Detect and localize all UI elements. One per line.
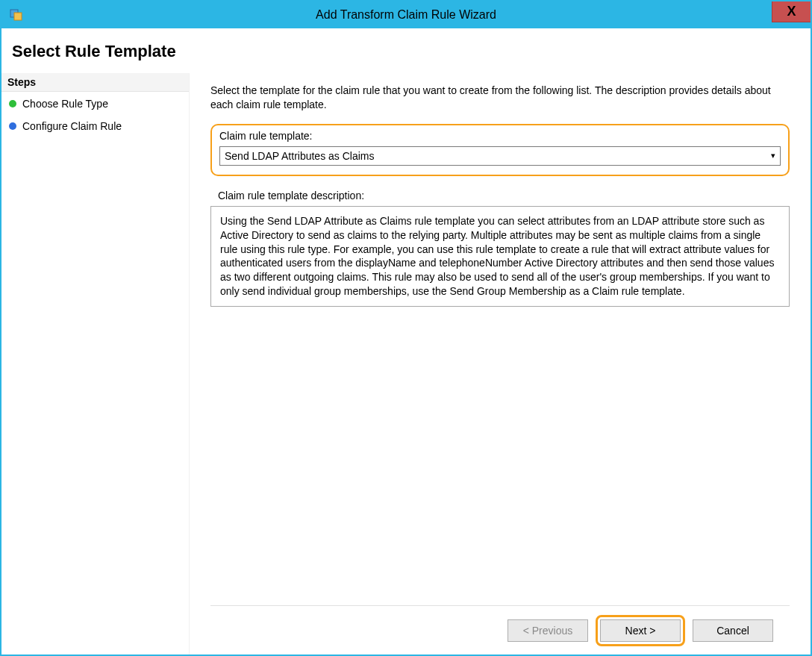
content-area: Select Rule Template Steps Choose Rule T… — [1, 28, 811, 655]
main-panel: Select the template for the claim rule t… — [190, 73, 811, 655]
bullet-icon — [9, 122, 16, 130]
two-column-layout: Steps Choose Rule Type Configure Claim R… — [1, 73, 811, 655]
step-label: Choose Rule Type — [22, 98, 108, 110]
window-title: Add Transform Claim Rule Wizard — [316, 8, 496, 22]
cancel-button-label: Cancel — [716, 625, 749, 637]
next-button[interactable]: Next > — [600, 619, 681, 642]
button-row: < Previous Next > Cancel — [210, 605, 790, 655]
steps-header: Steps — [1, 73, 189, 92]
next-button-label: Next > — [625, 625, 656, 637]
chevron-down-icon: ▾ — [771, 151, 775, 160]
wizard-window: Add Transform Claim Rule Wizard X Select… — [0, 0, 812, 656]
step-choose-rule-type[interactable]: Choose Rule Type — [1, 92, 189, 114]
claim-rule-template-dropdown[interactable]: Send LDAP Attributes as Claims ▾ — [219, 146, 781, 166]
svg-rect-1 — [14, 13, 22, 20]
previous-button[interactable]: < Previous — [508, 619, 588, 642]
template-label: Claim rule template: — [219, 130, 781, 142]
bullet-icon — [9, 100, 16, 107]
intro-text: Select the template for the claim rule t… — [210, 84, 790, 112]
close-button[interactable]: X — [772, 1, 811, 22]
step-configure-claim-rule[interactable]: Configure Claim Rule — [1, 114, 189, 137]
template-select-group: Claim rule template: Send LDAP Attribute… — [210, 124, 790, 176]
next-button-highlight: Next > — [596, 615, 685, 646]
cancel-button[interactable]: Cancel — [693, 619, 773, 642]
step-label: Configure Claim Rule — [22, 120, 122, 132]
description-label: Claim rule template description: — [218, 190, 790, 202]
description-box: Using the Send LDAP Attribute as Claims … — [210, 206, 790, 307]
previous-button-label: < Previous — [523, 625, 573, 637]
close-icon: X — [787, 4, 796, 19]
spacer — [210, 307, 790, 605]
steps-sidebar: Steps Choose Rule Type Configure Claim R… — [1, 73, 190, 655]
titlebar: Add Transform Claim Rule Wizard X — [1, 1, 811, 28]
page-title: Select Rule Template — [1, 28, 811, 73]
dropdown-selected-value: Send LDAP Attributes as Claims — [225, 150, 375, 162]
app-icon — [9, 7, 24, 22]
